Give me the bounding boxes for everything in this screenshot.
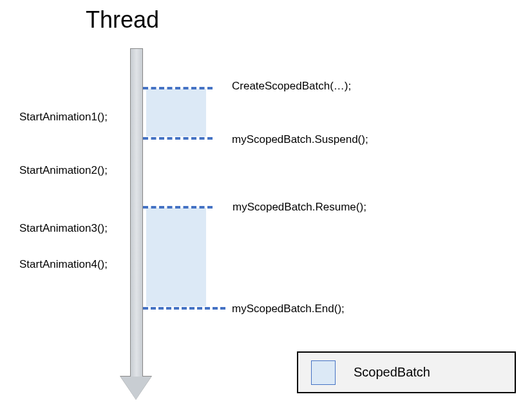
batch-segment-2 (146, 208, 206, 306)
label-suspend: myScopedBatch.Suspend(); (232, 133, 368, 146)
batch-line-suspend (143, 137, 213, 140)
legend-label: ScopedBatch (354, 365, 430, 380)
label-anim2: StartAnimation2(); (19, 164, 108, 177)
diagram-title: Thread (86, 6, 159, 33)
thread-arrow-head (120, 377, 151, 400)
batch-line-end (143, 307, 225, 310)
legend-swatch (311, 360, 336, 385)
label-resume: myScopedBatch.Resume(); (233, 201, 366, 214)
legend: ScopedBatch (297, 351, 516, 393)
label-end: myScopedBatch.End(); (232, 303, 345, 315)
batch-line-create (143, 87, 213, 89)
thread-arrow-shaft (130, 48, 143, 377)
label-anim1: StartAnimation1(); (19, 111, 108, 124)
label-anim3: StartAnimation3(); (19, 222, 108, 235)
batch-segment-1 (146, 89, 206, 136)
label-anim4: StartAnimation4(); (19, 258, 108, 271)
batch-line-resume (143, 206, 213, 209)
label-create: CreateScopedBatch(…); (232, 80, 351, 93)
